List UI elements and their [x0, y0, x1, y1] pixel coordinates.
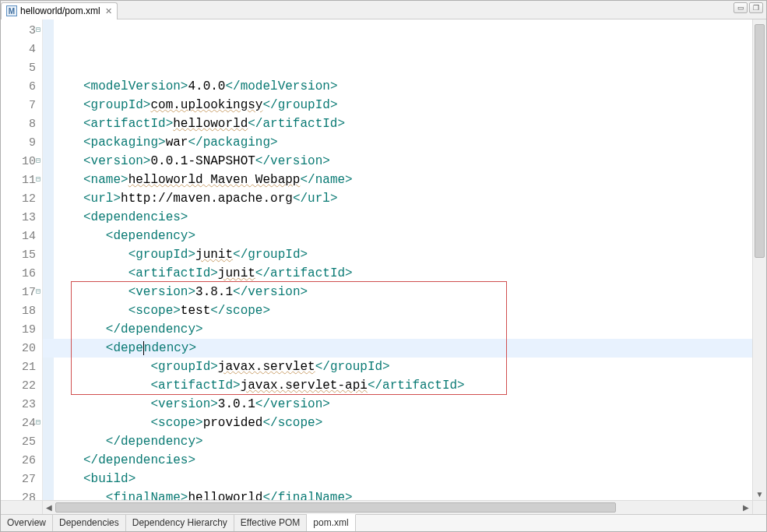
code-line[interactable]: <modelVersion>4.0.0</modelVersion> [43, 77, 752, 96]
code-line[interactable]: <groupId>javax.servlet</groupId> [43, 358, 752, 376]
line-number: 23 [1, 395, 42, 414]
vertical-scrollbar[interactable]: ▲ ▼ [752, 19, 766, 500]
horizontal-scroll-row: ◀ ▶ [1, 500, 766, 514]
code-line[interactable]: <scope>test</scope> [43, 301, 752, 320]
editor-tab-title: helloworld/pom.xml [20, 5, 100, 16]
editor-tab-bar: M helloworld/pom.xml ✕ ▭ ❐ [1, 1, 766, 19]
scroll-left-arrow-icon[interactable]: ◀ [43, 501, 55, 514]
line-number: 9 [1, 133, 42, 152]
line-number: 13 [1, 208, 42, 227]
line-number: 21 [1, 358, 42, 376]
code-line[interactable]: <dependency> [43, 339, 752, 358]
code-line[interactable]: <scope>provided</scope> [43, 414, 752, 432]
editor-window-controls: ▭ ❐ [734, 2, 763, 13]
code-line[interactable]: <finalName>helloworld</finalName> [43, 488, 752, 500]
code-line[interactable]: <version>3.0.1</version> [43, 395, 752, 414]
code-content[interactable]: <modelVersion>4.0.0</modelVersion> <grou… [43, 19, 752, 500]
line-number: 4 [1, 40, 42, 58]
line-number: 3⊟ [1, 21, 42, 40]
bottom-tab-pom-xml[interactable]: pom.xml [307, 514, 355, 531]
scroll-corner [752, 501, 766, 514]
code-line[interactable]: <artifactId>javax.servlet-api</artifactI… [43, 376, 752, 395]
line-number: 5 [1, 58, 42, 77]
code-line[interactable]: </dependency> [43, 432, 752, 451]
horizontal-scroll-thumb[interactable] [55, 502, 616, 513]
line-number: 22 [1, 376, 42, 395]
line-number: 24⊟ [1, 414, 42, 432]
line-number: 8 [1, 115, 42, 133]
gutter-corner [1, 501, 43, 514]
code-line[interactable]: </dependency> [43, 320, 752, 339]
maven-file-icon: M [6, 5, 17, 16]
bottom-tab-overview[interactable]: Overview [1, 515, 53, 531]
horizontal-scrollbar[interactable]: ◀ ▶ [43, 501, 752, 514]
line-number-gutter: 3⊟45678910⊟11⊟121314151617⊟1819202122232… [1, 19, 43, 500]
close-tab-icon[interactable]: ✕ [105, 6, 112, 16]
code-line[interactable]: <build> [43, 470, 752, 488]
scroll-down-arrow-icon[interactable]: ▼ [753, 488, 766, 500]
line-number: 11⊟ [1, 171, 42, 189]
bottom-tab-dependency-hierarchy[interactable]: Dependency Hierarchy [126, 515, 234, 531]
bottom-tab-effective-pom[interactable]: Effective POM [234, 515, 307, 531]
bottom-tab-dependencies[interactable]: Dependencies [53, 515, 126, 531]
editor-bottom-tabs: OverviewDependenciesDependency Hierarchy… [1, 514, 766, 531]
editor-area[interactable]: 3⊟45678910⊟11⊟121314151617⊟1819202122232… [1, 19, 766, 500]
line-number: 14 [1, 227, 42, 245]
line-number: 7 [1, 96, 42, 115]
line-number: 25 [1, 432, 42, 451]
editor-tab-pom[interactable]: M helloworld/pom.xml ✕ [1, 2, 118, 19]
line-number: 18 [1, 301, 42, 320]
line-number: 20 [1, 339, 42, 358]
code-line[interactable]: <artifactId>junit</artifactId> [43, 264, 752, 283]
vertical-scroll-thumb[interactable] [755, 24, 765, 258]
line-number: 6 [1, 77, 42, 96]
code-line[interactable]: <artifactId>helloworld</artifactId> [43, 115, 752, 133]
code-line[interactable]: <dependency> [43, 227, 752, 245]
code-line[interactable]: <name>helloworld Maven Webapp</name> [43, 171, 752, 189]
code-line[interactable]: <url>http://maven.apache.org</url> [43, 189, 752, 208]
code-line[interactable]: <groupId>com.uplookingsy</groupId> [43, 96, 752, 115]
code-line[interactable]: <groupId>junit</groupId> [43, 245, 752, 264]
scroll-right-arrow-icon[interactable]: ▶ [740, 501, 752, 514]
line-number: 27 [1, 470, 42, 488]
line-number: 19 [1, 320, 42, 339]
line-number: 15 [1, 245, 42, 264]
code-line[interactable]: <version>0.0.1-SNAPSHOT</version> [43, 152, 752, 171]
line-number: 16 [1, 264, 42, 283]
line-number: 10⊟ [1, 152, 42, 171]
code-line[interactable]: <packaging>war</packaging> [43, 133, 752, 152]
line-number: 26 [1, 451, 42, 470]
line-number: 28 [1, 488, 42, 500]
line-number: 17⊟ [1, 283, 42, 301]
code-line[interactable]: </dependencies> [43, 451, 752, 470]
minimize-view-button[interactable]: ▭ [734, 2, 748, 13]
line-number: 12 [1, 189, 42, 208]
maximize-view-button[interactable]: ❐ [749, 2, 763, 13]
code-line[interactable]: <version>3.8.1</version> [43, 283, 752, 301]
text-caret [143, 341, 144, 355]
code-line[interactable]: <dependencies> [43, 208, 752, 227]
